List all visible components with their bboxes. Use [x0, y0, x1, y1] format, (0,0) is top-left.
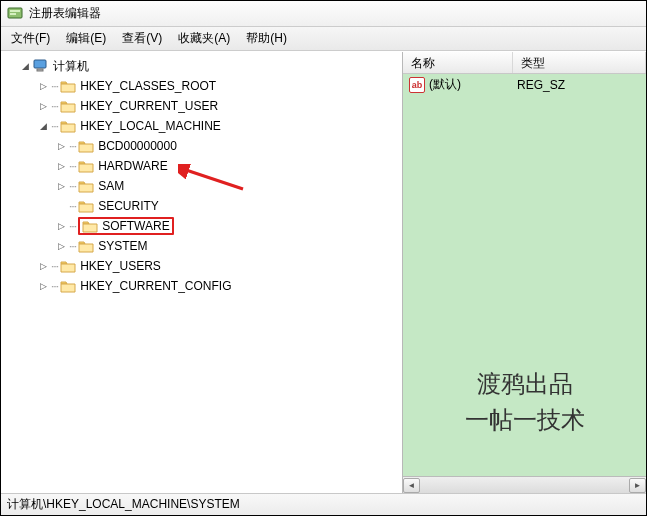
tree-connector: ···· [51, 281, 58, 292]
tree-software[interactable]: ▷ ···· SOFTWARE [1, 216, 402, 236]
tree-label: HKEY_CURRENT_USER [80, 99, 218, 113]
tree-sam[interactable]: ▷ ···· SAM [1, 176, 402, 196]
tree-connector: ···· [51, 121, 58, 132]
expander-icon[interactable]: ▷ [55, 220, 67, 232]
value-list[interactable]: ab (默认) REG_SZ 渡鸦出品 一帖一技术 [403, 74, 646, 476]
tree-hkcr[interactable]: ▷ ···· HKEY_CLASSES_ROOT [1, 76, 402, 96]
client-area: ◢ 计算机 ▷ ···· HKEY_CLASSES_ROOT ▷ [1, 51, 646, 493]
tree-label: HKEY_USERS [80, 259, 161, 273]
expander-icon[interactable]: ▷ [55, 140, 67, 152]
tree-hardware[interactable]: ▷ ···· HARDWARE [1, 156, 402, 176]
tree-root-computer[interactable]: ◢ 计算机 [1, 56, 402, 76]
expander-icon[interactable]: ▷ [37, 280, 49, 292]
tree-label: HKEY_LOCAL_MACHINE [80, 119, 221, 133]
watermark-line1: 渡鸦出品 [411, 368, 638, 400]
folder-icon [78, 199, 94, 213]
menu-favorites[interactable]: 收藏夹(A) [170, 27, 238, 50]
folder-icon [78, 159, 94, 173]
tree-bcd[interactable]: ▷ ···· BCD00000000 [1, 136, 402, 156]
tree-label: BCD00000000 [98, 139, 177, 153]
tree-connector: ···· [69, 221, 76, 232]
status-path: 计算机\HKEY_LOCAL_MACHINE\SYSTEM [7, 496, 240, 513]
folder-icon [78, 139, 94, 153]
tree-security[interactable]: ···· SECURITY [1, 196, 402, 216]
tree-system[interactable]: ▷ ···· SYSTEM [1, 236, 402, 256]
column-headers: 名称 类型 [403, 52, 646, 74]
folder-icon [60, 279, 76, 293]
value-name: (默认) [429, 76, 461, 93]
folder-icon [60, 259, 76, 273]
title-bar: 注册表编辑器 [1, 1, 646, 27]
tree-hku[interactable]: ▷ ···· HKEY_USERS [1, 256, 402, 276]
expander-icon[interactable]: ▷ [37, 80, 49, 92]
folder-icon [60, 119, 76, 133]
annotation-highlight: SOFTWARE [78, 217, 174, 235]
column-type[interactable]: 类型 [513, 52, 646, 73]
svg-rect-1 [10, 10, 20, 12]
svg-rect-2 [10, 13, 16, 15]
list-row[interactable]: ab (默认) REG_SZ [403, 74, 646, 95]
folder-icon [82, 219, 98, 233]
expander-icon[interactable]: ◢ [19, 60, 31, 72]
tree-label: SECURITY [98, 199, 159, 213]
menu-file[interactable]: 文件(F) [3, 27, 58, 50]
tree-pane[interactable]: ◢ 计算机 ▷ ···· HKEY_CLASSES_ROOT ▷ [1, 52, 403, 493]
regedit-icon [7, 6, 23, 22]
tree-connector: ···· [69, 181, 76, 192]
expander-icon[interactable]: ◢ [37, 120, 49, 132]
tree-label: HKEY_CLASSES_ROOT [80, 79, 216, 93]
window-title: 注册表编辑器 [29, 5, 101, 22]
tree-connector: ···· [51, 261, 58, 272]
folder-icon [60, 99, 76, 113]
expander-icon[interactable]: ▷ [55, 160, 67, 172]
scroll-right-button[interactable]: ► [629, 478, 646, 493]
expander-icon[interactable]: ▷ [55, 180, 67, 192]
menu-help[interactable]: 帮助(H) [238, 27, 295, 50]
tree-connector: ···· [51, 101, 58, 112]
tree-label: SAM [98, 179, 124, 193]
scroll-left-button[interactable]: ◄ [403, 478, 420, 493]
tree-label: SYSTEM [98, 239, 147, 253]
column-name[interactable]: 名称 [403, 52, 513, 73]
computer-icon [33, 59, 49, 73]
expander-icon[interactable]: ▷ [37, 100, 49, 112]
string-value-icon: ab [409, 77, 425, 93]
horizontal-scrollbar[interactable]: ◄ ► [403, 476, 646, 493]
svg-rect-4 [37, 69, 43, 71]
tree-connector: ···· [51, 81, 58, 92]
tree-hklm[interactable]: ◢ ···· HKEY_LOCAL_MACHINE [1, 116, 402, 136]
tree-connector: ···· [69, 141, 76, 152]
tree-connector: ···· [69, 201, 76, 212]
tree-label: HKEY_CURRENT_CONFIG [80, 279, 231, 293]
expander-icon[interactable]: ▷ [55, 240, 67, 252]
watermark-line2: 一帖一技术 [411, 404, 638, 436]
menu-edit[interactable]: 编辑(E) [58, 27, 114, 50]
menu-bar: 文件(F) 编辑(E) 查看(V) 收藏夹(A) 帮助(H) [1, 27, 646, 51]
watermark: 渡鸦出品 一帖一技术 [411, 368, 638, 436]
tree-hkcu[interactable]: ▷ ···· HKEY_CURRENT_USER [1, 96, 402, 116]
folder-icon [60, 79, 76, 93]
tree-connector: ···· [69, 241, 76, 252]
status-bar: 计算机\HKEY_LOCAL_MACHINE\SYSTEM [1, 493, 646, 515]
tree-label: 计算机 [53, 58, 89, 75]
tree-hkcc[interactable]: ▷ ···· HKEY_CURRENT_CONFIG [1, 276, 402, 296]
tree-connector: ···· [69, 161, 76, 172]
expander-icon[interactable]: ▷ [37, 260, 49, 272]
folder-icon [78, 239, 94, 253]
menu-view[interactable]: 查看(V) [114, 27, 170, 50]
expander-spacer [55, 200, 67, 212]
tree-label: SOFTWARE [102, 219, 170, 233]
svg-rect-3 [34, 60, 46, 68]
tree-label: HARDWARE [98, 159, 168, 173]
folder-icon [78, 179, 94, 193]
value-pane: 名称 类型 ab (默认) REG_SZ 渡鸦出品 一帖一技术 ◄ ► [403, 52, 646, 493]
value-type: REG_SZ [517, 78, 642, 92]
